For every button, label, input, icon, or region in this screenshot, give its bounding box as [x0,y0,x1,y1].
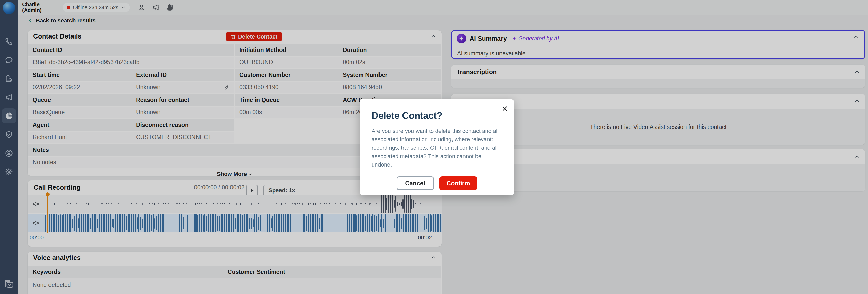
modal-actions: Cancel Confirm [372,176,502,190]
modal-body-text: Are you sure you want to delete this con… [372,127,502,169]
modal-title: Delete Contact? [372,110,502,121]
delete-contact-modal: × Delete Contact? Are you sure you want … [360,99,514,195]
modal-close-button[interactable]: × [502,104,508,113]
cancel-button[interactable]: Cancel [397,176,434,190]
confirm-button[interactable]: Confirm [439,176,477,190]
